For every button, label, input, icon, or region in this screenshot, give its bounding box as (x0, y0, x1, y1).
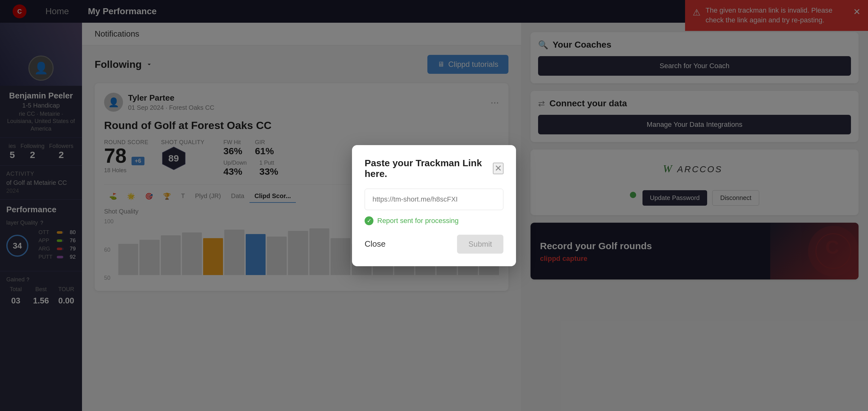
modal-close-button[interactable]: Close (365, 239, 385, 249)
trackman-modal: Paste your Trackman Link here. ✕ ✓ Repor… (352, 145, 516, 266)
modal-submit-button[interactable]: Submit (457, 235, 503, 254)
modal-success-message: ✓ Report sent for processing (365, 216, 503, 225)
success-check-icon: ✓ (365, 216, 373, 225)
modal-overlay: Paste your Trackman Link here. ✕ ✓ Repor… (0, 0, 868, 411)
trackman-link-input[interactable] (365, 189, 503, 210)
modal-footer: Close Submit (365, 235, 503, 254)
modal-title: Paste your Trackman Link here. (365, 158, 493, 179)
modal-close-x-button[interactable]: ✕ (493, 163, 503, 174)
success-text: Report sent for processing (377, 217, 459, 225)
modal-header: Paste your Trackman Link here. ✕ (365, 158, 503, 179)
